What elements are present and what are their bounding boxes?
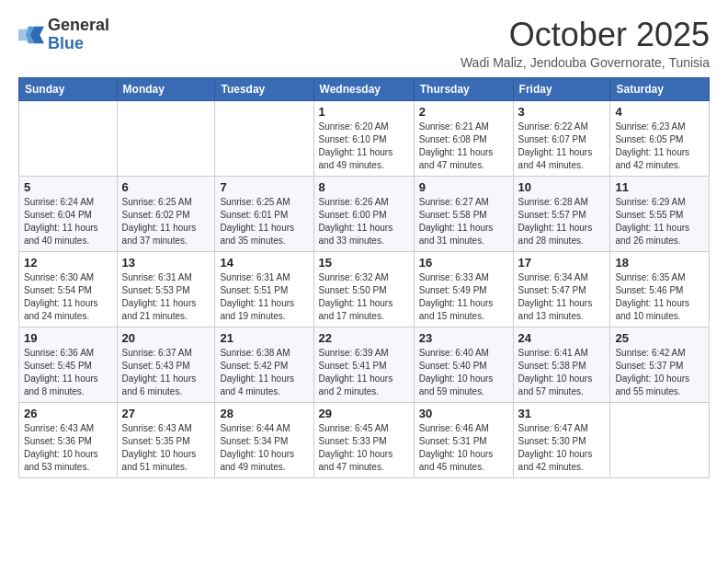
day-info: Sunrise: 6:33 AM Sunset: 5:49 PM Dayligh… [419, 271, 508, 323]
day-number: 25 [615, 331, 704, 345]
day-info: Sunrise: 6:43 AM Sunset: 5:36 PM Dayligh… [24, 422, 112, 474]
day-number: 23 [419, 331, 508, 345]
day-number: 14 [220, 256, 308, 270]
day-number: 20 [122, 331, 210, 345]
calendar-cell: 9Sunrise: 6:27 AM Sunset: 5:58 PM Daylig… [414, 176, 513, 251]
calendar-cell: 21Sunrise: 6:38 AM Sunset: 5:42 PM Dayli… [215, 327, 313, 402]
weekday-header-friday: Friday [513, 77, 610, 100]
day-number: 3 [518, 105, 606, 119]
calendar-cell: 17Sunrise: 6:34 AM Sunset: 5:47 PM Dayli… [513, 251, 610, 327]
day-info: Sunrise: 6:44 AM Sunset: 5:34 PM Dayligh… [220, 422, 308, 474]
day-number: 16 [419, 256, 508, 270]
day-number: 21 [220, 331, 308, 345]
day-number: 30 [419, 407, 508, 420]
day-number: 9 [419, 180, 508, 194]
calendar-subtitle: Wadi Maliz, Jendouba Governorate, Tunisi… [461, 55, 710, 70]
page: General Blue October 2025 Wadi Maliz, Je… [0, 0, 728, 563]
calendar-cell: 15Sunrise: 6:32 AM Sunset: 5:50 PM Dayli… [313, 251, 414, 327]
day-info: Sunrise: 6:25 AM Sunset: 6:02 PM Dayligh… [122, 196, 210, 247]
day-number: 27 [122, 407, 210, 420]
day-info: Sunrise: 6:37 AM Sunset: 5:43 PM Dayligh… [122, 347, 210, 398]
calendar-cell: 3Sunrise: 6:22 AM Sunset: 6:07 PM Daylig… [513, 100, 610, 176]
calendar-cell: 4Sunrise: 6:23 AM Sunset: 6:05 PM Daylig… [610, 100, 710, 176]
weekday-header-row: SundayMondayTuesdayWednesdayThursdayFrid… [19, 77, 710, 100]
day-info: Sunrise: 6:27 AM Sunset: 5:58 PM Dayligh… [419, 196, 508, 247]
logo: General Blue [18, 17, 109, 53]
day-number: 28 [220, 407, 308, 420]
calendar-cell: 26Sunrise: 6:43 AM Sunset: 5:36 PM Dayli… [19, 402, 118, 477]
calendar-body: 1Sunrise: 6:20 AM Sunset: 6:10 PM Daylig… [19, 100, 710, 477]
day-info: Sunrise: 6:20 AM Sunset: 6:10 PM Dayligh… [319, 121, 409, 172]
day-info: Sunrise: 6:47 AM Sunset: 5:30 PM Dayligh… [518, 422, 606, 474]
calendar-cell: 19Sunrise: 6:36 AM Sunset: 5:45 PM Dayli… [19, 327, 118, 402]
day-number: 15 [319, 256, 409, 270]
calendar-week-4: 19Sunrise: 6:36 AM Sunset: 5:45 PM Dayli… [19, 327, 710, 402]
day-info: Sunrise: 6:36 AM Sunset: 5:45 PM Dayligh… [24, 347, 112, 398]
calendar-cell: 8Sunrise: 6:26 AM Sunset: 6:00 PM Daylig… [313, 176, 414, 251]
day-info: Sunrise: 6:43 AM Sunset: 5:35 PM Dayligh… [122, 422, 210, 474]
calendar-cell: 16Sunrise: 6:33 AM Sunset: 5:49 PM Dayli… [414, 251, 513, 327]
day-info: Sunrise: 6:41 AM Sunset: 5:38 PM Dayligh… [518, 347, 606, 398]
calendar-cell [19, 100, 118, 176]
weekday-header-saturday: Saturday [610, 77, 710, 100]
day-info: Sunrise: 6:31 AM Sunset: 5:51 PM Dayligh… [220, 271, 308, 323]
calendar-cell: 11Sunrise: 6:29 AM Sunset: 5:55 PM Dayli… [610, 176, 710, 251]
day-number: 10 [518, 180, 606, 194]
calendar-week-1: 1Sunrise: 6:20 AM Sunset: 6:10 PM Daylig… [19, 100, 710, 176]
calendar-week-2: 5Sunrise: 6:24 AM Sunset: 6:04 PM Daylig… [19, 176, 710, 251]
calendar-cell: 6Sunrise: 6:25 AM Sunset: 6:02 PM Daylig… [117, 176, 215, 251]
calendar-cell: 13Sunrise: 6:31 AM Sunset: 5:53 PM Dayli… [117, 251, 215, 327]
day-info: Sunrise: 6:24 AM Sunset: 6:04 PM Dayligh… [24, 196, 112, 247]
day-info: Sunrise: 6:31 AM Sunset: 5:53 PM Dayligh… [122, 271, 210, 323]
calendar-cell: 23Sunrise: 6:40 AM Sunset: 5:40 PM Dayli… [414, 327, 513, 402]
day-info: Sunrise: 6:25 AM Sunset: 6:01 PM Dayligh… [220, 196, 308, 247]
calendar-cell: 20Sunrise: 6:37 AM Sunset: 5:43 PM Dayli… [117, 327, 215, 402]
day-number: 5 [24, 180, 112, 194]
title-block: October 2025 Wadi Maliz, Jendouba Govern… [461, 17, 710, 70]
calendar-cell: 30Sunrise: 6:46 AM Sunset: 5:31 PM Dayli… [414, 402, 513, 477]
day-info: Sunrise: 6:42 AM Sunset: 5:37 PM Dayligh… [615, 347, 704, 398]
weekday-header-monday: Monday [117, 77, 215, 100]
calendar-cell: 28Sunrise: 6:44 AM Sunset: 5:34 PM Dayli… [215, 402, 313, 477]
day-number: 22 [319, 331, 409, 345]
day-info: Sunrise: 6:35 AM Sunset: 5:46 PM Dayligh… [615, 271, 704, 323]
calendar-cell: 31Sunrise: 6:47 AM Sunset: 5:30 PM Dayli… [513, 402, 610, 477]
calendar-table: SundayMondayTuesdayWednesdayThursdayFrid… [18, 77, 710, 478]
day-info: Sunrise: 6:45 AM Sunset: 5:33 PM Dayligh… [319, 422, 409, 474]
day-number: 8 [319, 180, 409, 194]
calendar-cell: 25Sunrise: 6:42 AM Sunset: 5:37 PM Dayli… [610, 327, 710, 402]
calendar-cell: 2Sunrise: 6:21 AM Sunset: 6:08 PM Daylig… [414, 100, 513, 176]
day-number: 26 [24, 407, 112, 420]
header: General Blue October 2025 Wadi Maliz, Je… [18, 17, 710, 70]
weekday-header-sunday: Sunday [19, 77, 118, 100]
calendar-cell: 1Sunrise: 6:20 AM Sunset: 6:10 PM Daylig… [313, 100, 414, 176]
calendar-cell [610, 402, 710, 477]
day-number: 31 [518, 407, 606, 420]
weekday-header-wednesday: Wednesday [313, 77, 414, 100]
calendar-cell: 27Sunrise: 6:43 AM Sunset: 5:35 PM Dayli… [117, 402, 215, 477]
day-number: 11 [615, 180, 704, 194]
day-number: 17 [518, 256, 606, 270]
day-number: 29 [319, 407, 409, 420]
day-info: Sunrise: 6:34 AM Sunset: 5:47 PM Dayligh… [518, 271, 606, 323]
day-info: Sunrise: 6:26 AM Sunset: 6:00 PM Dayligh… [319, 196, 409, 247]
calendar-header: SundayMondayTuesdayWednesdayThursdayFrid… [19, 77, 710, 100]
weekday-header-tuesday: Tuesday [215, 77, 313, 100]
day-info: Sunrise: 6:39 AM Sunset: 5:41 PM Dayligh… [319, 347, 409, 398]
calendar-cell: 14Sunrise: 6:31 AM Sunset: 5:51 PM Dayli… [215, 251, 313, 327]
logo-icon [18, 22, 44, 48]
logo-general-text: General [48, 16, 109, 34]
day-info: Sunrise: 6:38 AM Sunset: 5:42 PM Dayligh… [220, 347, 308, 398]
day-info: Sunrise: 6:29 AM Sunset: 5:55 PM Dayligh… [615, 196, 704, 247]
day-info: Sunrise: 6:32 AM Sunset: 5:50 PM Dayligh… [319, 271, 409, 323]
logo-blue-text: Blue [48, 34, 84, 52]
calendar-cell [215, 100, 313, 176]
day-number: 1 [319, 105, 409, 119]
weekday-header-thursday: Thursday [414, 77, 513, 100]
calendar-cell: 18Sunrise: 6:35 AM Sunset: 5:46 PM Dayli… [610, 251, 710, 327]
calendar-cell [117, 100, 215, 176]
day-number: 7 [220, 180, 308, 194]
calendar-cell: 22Sunrise: 6:39 AM Sunset: 5:41 PM Dayli… [313, 327, 414, 402]
day-number: 2 [419, 105, 508, 119]
day-info: Sunrise: 6:46 AM Sunset: 5:31 PM Dayligh… [419, 422, 508, 474]
